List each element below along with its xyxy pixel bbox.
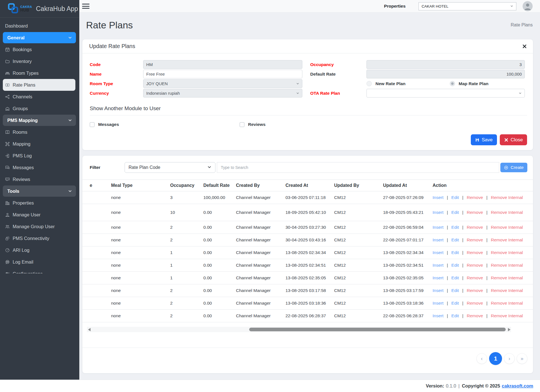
menu-icon[interactable]	[82, 4, 89, 9]
sidebar-item-pms-log[interactable]: PMS Log	[0, 150, 79, 162]
insert-link[interactable]: Insert	[433, 275, 444, 280]
insert-link[interactable]: Insert	[433, 301, 444, 306]
remove-internal-link[interactable]: Remove Internal	[491, 237, 523, 243]
sidebar-item-manage-group-user[interactable]: Manage Group User	[0, 221, 79, 232]
sidebar-item-configurations[interactable]: Configurations	[0, 268, 79, 273]
insert-link[interactable]: Insert	[433, 263, 444, 268]
filter-field-select[interactable]: Rate Plan Code	[125, 162, 215, 173]
remove-internal-link[interactable]: Remove Internal	[491, 250, 523, 255]
edit-link[interactable]: Edit	[451, 225, 459, 230]
remove-link[interactable]: Remove	[467, 288, 483, 293]
insert-link[interactable]: Insert	[433, 237, 444, 243]
sidebar-item-manage-user[interactable]: Manage User	[0, 209, 79, 221]
edit-link[interactable]: Edit	[451, 275, 459, 280]
remove-link[interactable]: Remove	[467, 275, 483, 280]
search-input[interactable]	[217, 162, 499, 173]
remove-internal-link[interactable]: Remove Internal	[491, 225, 523, 230]
sidebar-item-groups[interactable]: Groups	[0, 103, 79, 114]
map-rate-plan-radio[interactable]: Map Rate Plan	[450, 81, 489, 86]
sidebar-item-pms-connectivity[interactable]: PMS Connectivity	[0, 232, 79, 244]
remove-internal-link[interactable]: Remove Internal	[491, 288, 523, 293]
sidebar-item-channels[interactable]: Channels	[0, 91, 79, 103]
cell-created-at: 13-08-2025 02:35:05	[282, 275, 330, 280]
remove-internal-link[interactable]: Remove Internal	[491, 301, 523, 306]
remove-internal-link[interactable]: Remove Internal	[491, 263, 523, 268]
close-button[interactable]: Close	[500, 134, 527, 145]
sidebar-item-reviews[interactable]: Reviews	[0, 173, 79, 185]
remove-internal-link[interactable]: Remove Internal	[491, 195, 523, 200]
insert-link[interactable]: Insert	[433, 195, 444, 200]
cell-occupancy: 2	[166, 313, 199, 318]
sidebar-item-inventory[interactable]: Inventory	[0, 55, 79, 67]
sidebar-item-properties[interactable]: Properties	[0, 197, 79, 209]
name-field[interactable]: Free Free	[143, 70, 302, 78]
cakrasoft-link[interactable]: cakrasoft.com	[502, 383, 533, 389]
current-page-button[interactable]: 1	[489, 352, 502, 365]
remove-internal-link[interactable]: Remove Internal	[491, 275, 523, 280]
prev-page-button[interactable]: ‹	[476, 353, 487, 364]
sidebar-item-bookings[interactable]: Bookings	[0, 44, 79, 55]
sidebar-item-general[interactable]: General	[3, 32, 76, 43]
sidebar-item-messages[interactable]: Messages	[0, 162, 79, 173]
sidebar-item-tools[interactable]: Tools	[3, 185, 76, 197]
remove-link[interactable]: Remove	[467, 301, 483, 306]
remove-internal-link[interactable]: Remove Internal	[491, 313, 523, 318]
remove-link[interactable]: Remove	[467, 237, 483, 243]
cell-default-rate: 0.00	[199, 313, 232, 318]
cell-updated-by: CM12	[330, 288, 379, 293]
insert-link[interactable]: Insert	[433, 250, 444, 255]
messages-checkbox[interactable]: Messages	[90, 122, 240, 127]
remove-internal-link[interactable]: Remove Internal	[491, 210, 523, 215]
remove-link[interactable]: Remove	[467, 225, 483, 230]
sidebar-item-label: Dashboard	[5, 23, 28, 29]
sidebar-item-mapping[interactable]: Mapping	[0, 138, 79, 150]
edit-link[interactable]: Edit	[451, 301, 459, 306]
edit-link[interactable]: Edit	[451, 313, 459, 318]
insert-link[interactable]: Insert	[433, 225, 444, 230]
remove-link[interactable]: Remove	[467, 313, 483, 318]
edit-link[interactable]: Edit	[451, 250, 459, 255]
save-button[interactable]: Save	[471, 134, 497, 145]
scroll-right-icon[interactable]	[508, 328, 510, 331]
sidebar-item-rooms[interactable]: Rooms	[0, 126, 79, 138]
ota-rate-plan-select[interactable]	[366, 89, 525, 98]
user-avatar[interactable]	[523, 1, 533, 11]
insert-link[interactable]: Insert	[433, 313, 444, 318]
remove-link[interactable]: Remove	[467, 250, 483, 255]
property-select[interactable]: CAKAR HOTEL	[418, 2, 516, 10]
remove-link[interactable]: Remove	[467, 210, 483, 215]
cell-occupancy: 1	[166, 263, 199, 268]
sidebar-item-log-email[interactable]: Log Email	[0, 256, 79, 268]
next-page-button[interactable]: ›	[504, 353, 515, 364]
edit-link[interactable]: Edit	[451, 237, 459, 243]
table-row: none 2 0.00 Channel Manager 30-04-2025 0…	[82, 221, 533, 234]
last-page-button[interactable]: »	[517, 353, 527, 364]
sidebar-item-dashboard[interactable]: Dashboard	[0, 20, 79, 32]
sidebar-item-label: Manage User	[13, 212, 40, 217]
edit-link[interactable]: Edit	[451, 288, 459, 293]
sidebar-item-rate-plans[interactable]: Rate Plans	[3, 79, 75, 91]
sidebar-item-label: General	[7, 35, 24, 40]
property-select-value: CAKAR HOTEL	[422, 4, 448, 8]
insert-link[interactable]: Insert	[433, 210, 444, 215]
cell-updated-at: 18-09-2025 05:43:21	[379, 210, 429, 215]
new-rate-plan-radio[interactable]: New Rate Plan	[366, 81, 406, 86]
sidebar-item-room-types[interactable]: Room Types	[0, 67, 79, 79]
edit-link[interactable]: Edit	[451, 263, 459, 268]
close-icon[interactable]	[522, 44, 527, 49]
reviews-checkbox[interactable]: Reviews	[240, 122, 266, 127]
scroll-left-icon[interactable]	[88, 328, 91, 331]
rooms-icon	[5, 130, 10, 135]
create-button[interactable]: Create	[500, 163, 527, 172]
modules-section: Show Another Module to User Messages Rev…	[90, 105, 527, 127]
sidebar-item-ari-log[interactable]: ARI Log	[0, 244, 79, 256]
edit-link[interactable]: Edit	[451, 210, 459, 215]
sidebar-item-pms-mapping[interactable]: PMS Mapping	[3, 115, 76, 126]
remove-link[interactable]: Remove	[467, 263, 483, 268]
insert-link[interactable]: Insert	[433, 288, 444, 293]
remove-link[interactable]: Remove	[467, 195, 483, 200]
horizontal-scrollbar[interactable]	[87, 327, 511, 332]
code-label: Code	[90, 62, 143, 67]
edit-link[interactable]: Edit	[451, 195, 459, 200]
scrollbar-thumb[interactable]	[249, 328, 506, 331]
